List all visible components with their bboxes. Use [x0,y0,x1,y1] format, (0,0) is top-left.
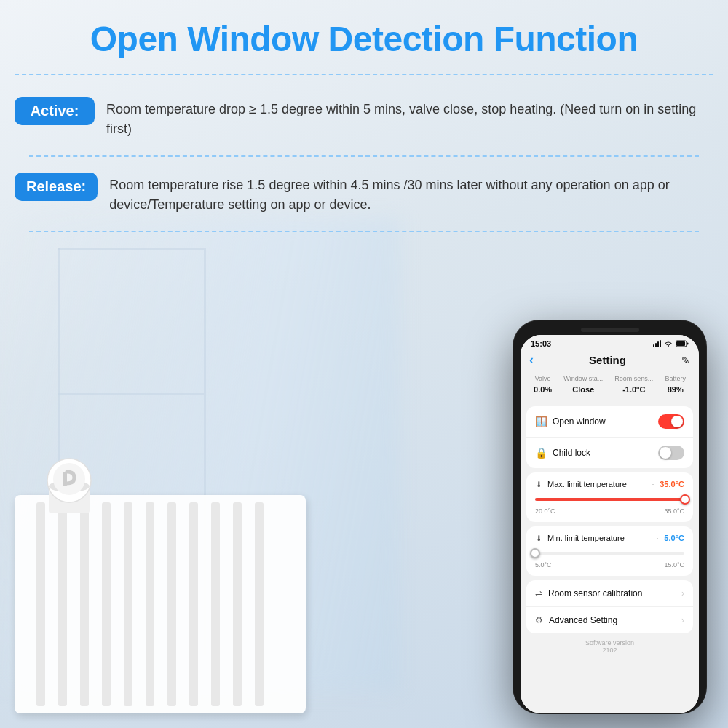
room-sensor-status: Room sens... -1.0°C [614,375,653,395]
app-header: ‹ Setting ✎ [521,349,699,372]
svg-rect-4 [102,502,111,706]
open-window-toggle[interactable] [658,414,684,429]
min-temp-label: Min. limit temperature [547,534,652,542]
open-window-label: Open window [553,416,652,427]
room-label: Room sens... [614,375,653,382]
battery-icon [676,340,689,347]
min-temp-value: 5.0°C [664,534,684,542]
wifi-icon [664,340,673,347]
svg-rect-1 [36,502,45,706]
min-temp-slider-thumb[interactable] [530,548,540,558]
signal-bars-icon [653,340,661,347]
software-version-label: Software version [585,639,634,646]
battery-value: 89% [668,385,684,394]
toggles-card: 🪟 Open window 🔒 Child lock [526,406,693,468]
lock-icon: 🔒 [535,447,547,459]
svg-rect-7 [167,502,176,706]
software-version-number: 2102 [602,646,617,654]
min-temp-card: 🌡 Min. limit temperature · 5.0°C 5.0°C 1… [526,526,693,576]
info-section: Active: Room temperature drop ≥ 1.5 degr… [0,82,728,245]
page-title: Open Window Detection Function [0,0,728,66]
device-status-row: Valve 0.0% Window sta... Close Room sens… [521,372,699,400]
valve-label: Valve [534,375,552,382]
calibration-arrow-icon: › [681,588,684,598]
phone-notch [581,328,639,332]
settings-list: 🪟 Open window 🔒 Child lock [521,400,699,713]
svg-rect-9 [211,502,220,706]
calibration-icon: ⇌ [535,588,542,598]
child-lock-item[interactable]: 🔒 Child lock [526,438,693,468]
advanced-setting-arrow-icon: › [681,615,684,625]
calibration-label: Room sensor calibration [548,588,676,598]
svg-rect-20 [676,341,685,346]
max-temp-max: 35.0°C [664,507,684,515]
max-temp-card: 🌡 Max. limit temperature · 35.0°C 20.0°C… [526,472,693,522]
release-row: Release: Room temperature rise 1.5 degre… [15,164,713,223]
app-header-title: Setting [589,354,626,366]
active-row: Active: Room temperature drop ≥ 1.5 degr… [15,88,713,148]
divider-middle [29,155,699,157]
advanced-setting-icon: ⚙ [535,615,543,625]
phone-time: 15:03 [531,339,551,348]
max-temp-label: Max. limit temperature [547,480,648,488]
status-bar: 15:03 [521,335,699,349]
child-lock-label: Child lock [553,448,652,458]
svg-rect-5 [124,502,132,706]
edit-button[interactable]: ✎ [681,355,690,366]
status-icons [653,340,689,347]
back-button[interactable]: ‹ [529,352,534,368]
window-icon: 🪟 [535,416,547,427]
max-temp-value: 35.0°C [660,480,684,488]
max-temp-header: 🌡 Max. limit temperature · 35.0°C [535,480,684,488]
max-temp-slider-labels: 20.0°C 35.0°C [535,507,684,515]
open-window-item[interactable]: 🪟 Open window [526,406,693,438]
min-temp-slider-labels: 5.0°C 15.0°C [535,561,684,569]
window-status: Window sta... Close [563,375,603,395]
active-description: Room temperature drop ≥ 1.5 degree withi… [106,97,713,139]
min-temp-max: 15.0°C [664,561,684,569]
max-temp-slider-thumb[interactable] [680,494,690,505]
software-version-section: Software version 2102 [521,633,699,657]
divider-top [15,74,713,75]
svg-rect-3 [80,502,89,706]
room-value: -1.0°C [622,385,645,394]
svg-rect-11 [255,502,264,706]
svg-point-16 [53,463,85,495]
min-temp-header: 🌡 Min. limit temperature · 5.0°C [535,534,684,542]
svg-rect-8 [189,502,198,706]
advanced-setting-item[interactable]: ⚙ Advanced Setting › [526,607,693,633]
divider-bottom [29,231,699,232]
window-value: Close [572,385,594,394]
release-badge: Release: [15,173,98,201]
max-temp-min: 20.0°C [535,507,555,515]
release-description: Room temperature rise 1.5 degree within … [109,173,713,215]
battery-status: Battery 89% [665,375,686,395]
child-lock-toggle[interactable] [658,446,684,460]
svg-rect-10 [233,502,242,706]
nav-card: ⇌ Room sensor calibration › ⚙ Advanced S… [526,580,693,633]
valve-status: Valve 0.0% [534,375,552,395]
min-temp-min: 5.0°C [535,561,552,569]
phone-frame: 15:03 [513,320,706,713]
window-label: Window sta... [563,375,603,382]
active-badge: Active: [15,97,95,125]
advanced-setting-label: Advanced Setting [549,615,676,625]
room-sensor-calibration-item[interactable]: ⇌ Room sensor calibration › [526,580,693,607]
battery-label: Battery [665,375,686,382]
svg-rect-19 [687,343,689,345]
phone-screen: 15:03 [521,335,699,713]
valve-value: 0.0% [534,385,552,394]
svg-rect-6 [146,502,154,706]
phone-mockup: 15:03 [513,320,706,713]
radiator-background [0,291,451,728]
svg-rect-2 [58,502,67,706]
